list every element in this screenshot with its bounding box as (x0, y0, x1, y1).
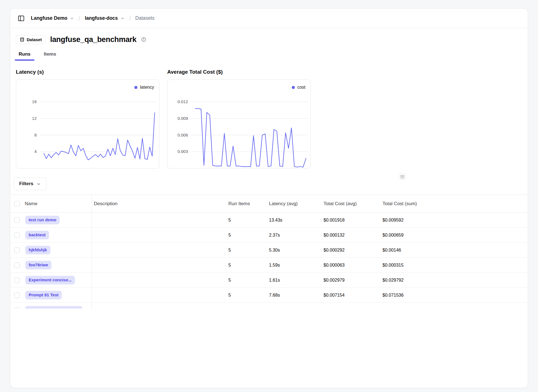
run-description-cell (92, 288, 226, 303)
run-description-cell (92, 243, 226, 258)
row-checkbox-cell (10, 288, 25, 303)
tab-runs[interactable]: Runs (17, 51, 32, 61)
breadcrumb: Langfuse Demo / langfuse-docs / Datasets (31, 14, 154, 22)
run-name-cell: hjkfdshjk (25, 243, 92, 258)
dataset-badge-label: Dataset (27, 37, 42, 42)
breadcrumb-separator: / (129, 14, 131, 22)
database-icon (20, 37, 24, 42)
run-name-badge[interactable]: test run demo (25, 216, 60, 224)
svg-text:12: 12 (32, 116, 37, 121)
chevron-down-icon (36, 182, 41, 186)
table-header-row: Name Description Run Items Latency (avg)… (10, 195, 528, 213)
table-row[interactable]: test run demo513.43s$0.001918$0.009592 (10, 213, 528, 228)
chevron-down-icon (70, 16, 74, 21)
row-checkbox-cell (10, 258, 25, 273)
table-row[interactable]: Prompt 81 Test57.68s$0.007154$0.071536 (10, 288, 528, 303)
total-cost-avg-cell: $0.001918 (321, 213, 380, 228)
empty-cell (226, 303, 267, 309)
latency-avg-cell: 7.68s (267, 288, 321, 303)
filters-row: Filters (10, 171, 528, 190)
filters-button-label: Filters (19, 181, 33, 187)
breadcrumb-project[interactable]: langfuse-docs (85, 15, 125, 21)
latency-avg-cell: 1.59s (267, 258, 321, 273)
row-checkbox[interactable] (14, 292, 20, 298)
latency-avg-cell: 13.43s (267, 213, 321, 228)
latency-chart-title: Latency (s) (16, 69, 159, 75)
legend-dot-icon (134, 86, 137, 89)
row-checkbox[interactable] (14, 232, 20, 238)
row-checkbox[interactable] (14, 247, 20, 253)
filters-button[interactable]: Filters (14, 177, 46, 190)
run-name-badge[interactable]: Prompt 81 Test (25, 291, 62, 299)
tab-items[interactable]: Items (42, 51, 58, 61)
table-row[interactable]: backtest52.37s$0.000132$0.000659 (10, 228, 528, 243)
runs-table-wrap: Name Description Run Items Latency (avg)… (10, 195, 528, 309)
row-checkbox[interactable] (14, 307, 20, 309)
breadcrumb-org[interactable]: Langfuse Demo (31, 15, 74, 21)
column-header-description[interactable]: Description (92, 195, 226, 213)
total-cost-avg-cell: $0.000292 (321, 243, 380, 258)
table-row[interactable]: hjkfdshjk55.30s$0.000292$0.00146 (10, 243, 528, 258)
run-name-cell: Experiment concise... (25, 273, 92, 288)
row-checkbox-cell (10, 228, 25, 243)
row-checkbox[interactable] (14, 262, 20, 268)
run-name-badge[interactable]: foo78riwe (25, 261, 51, 269)
page-title: langfuse_qa_benchmark (50, 35, 136, 44)
run-name-badge[interactable]: backtest (25, 231, 49, 239)
empty-cell (92, 303, 226, 309)
tab-bar: Runs Items (16, 51, 522, 61)
dataset-type-badge: Dataset (16, 35, 46, 44)
chevron-down-icon (120, 16, 125, 21)
sidebar-toggle-button[interactable] (18, 15, 25, 22)
latency-avg-cell: 5.30s (267, 243, 321, 258)
row-checkbox[interactable] (14, 217, 20, 223)
svg-text:0.003: 0.003 (177, 149, 188, 154)
legend-label: latency (140, 85, 154, 90)
empty-cell (380, 303, 528, 309)
run-name-badge[interactable] (25, 306, 82, 309)
total-cost-sum-cell: $0.029792 (380, 273, 528, 288)
latency-avg-cell: 2.37s (267, 228, 321, 243)
row-checkbox-cell (10, 273, 25, 288)
svg-text:4: 4 (34, 149, 36, 154)
charts-section: Latency (s) latency 481216 Average Total… (10, 61, 528, 171)
column-header-run-items[interactable]: Run Items (226, 195, 267, 213)
latency-chart-block: Latency (s) latency 481216 (16, 69, 159, 168)
run-name-badge[interactable]: hjkfdshjk (25, 246, 50, 254)
column-header-total-cost-avg[interactable]: Total Cost (avg) (321, 195, 380, 213)
runs-table: Name Description Run Items Latency (avg)… (10, 195, 528, 309)
latency-chart: latency 481216 (16, 80, 159, 168)
total-cost-sum-cell: $0.00146 (380, 243, 528, 258)
table-row[interactable]: foo78riwe51.59s$0.000063$0.000315 (10, 258, 528, 273)
latency-chart-legend: latency (134, 85, 154, 90)
empty-cell (267, 303, 321, 309)
select-all-checkbox[interactable] (14, 201, 20, 207)
run-description-cell (92, 258, 226, 273)
column-header-total-cost-sum[interactable]: Total Cost (sum) (380, 195, 528, 213)
run-name-cell: backtest (25, 228, 92, 243)
column-header-latency-avg[interactable]: Latency (avg) (267, 195, 321, 213)
run-description-cell (92, 273, 226, 288)
latency-line-plot: 481216 (16, 80, 159, 168)
run-items-cell: 5 (226, 243, 267, 258)
svg-text:16: 16 (32, 99, 37, 104)
run-name-cell: Prompt 81 Test (25, 288, 92, 303)
run-name-cell (25, 303, 92, 309)
table-row[interactable]: Experiment concise...51.61s$0.002979$0.0… (10, 273, 528, 288)
table-body: test run demo513.43s$0.001918$0.009592ba… (10, 213, 528, 309)
run-name-badge[interactable]: Experiment concise... (25, 276, 75, 284)
svg-text:0.012: 0.012 (177, 99, 188, 104)
breadcrumb-section: Datasets (135, 15, 154, 21)
row-checkbox[interactable] (14, 277, 20, 283)
info-icon[interactable] (141, 37, 146, 42)
column-header-name[interactable]: Name (25, 195, 92, 213)
table-row-partial[interactable] (10, 303, 528, 309)
header-section: Dataset langfuse_qa_benchmark Runs Items (10, 28, 528, 61)
drag-handle-button[interactable] (399, 173, 406, 180)
topbar: Langfuse Demo / langfuse-docs / Datasets (10, 9, 528, 28)
total-cost-avg-cell: $0.007154 (321, 288, 380, 303)
total-cost-sum-cell: $0.000315 (380, 258, 528, 273)
total-cost-avg-cell: $0.002979 (321, 273, 380, 288)
latency-avg-cell: 1.61s (267, 273, 321, 288)
total-cost-sum-cell: $0.071536 (380, 288, 528, 303)
